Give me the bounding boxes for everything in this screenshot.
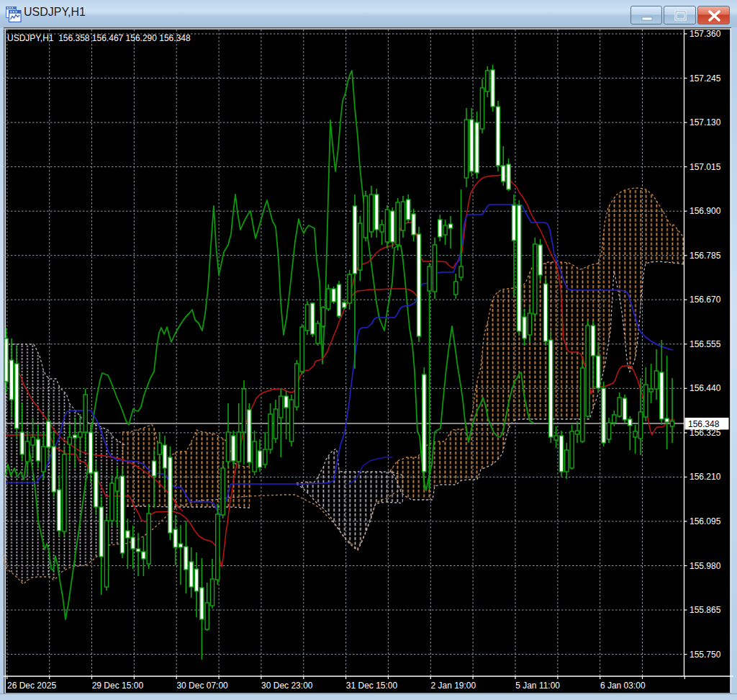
svg-text:USDJPY,H1 156.358 156.467 156: USDJPY,H1 156.358 156.467 156.290 156.34… xyxy=(7,33,191,43)
svg-text:156.095: 156.095 xyxy=(689,516,721,526)
svg-text:155.980: 155.980 xyxy=(689,561,721,571)
svg-text:2 Jan 19:00: 2 Jan 19:00 xyxy=(431,681,476,691)
svg-text:30 Dec 23:00: 30 Dec 23:00 xyxy=(261,681,313,691)
svg-text:156.670: 156.670 xyxy=(689,295,721,305)
svg-text:30 Dec 07:00: 30 Dec 07:00 xyxy=(176,681,228,691)
svg-text:156.785: 156.785 xyxy=(689,251,721,261)
svg-text:29 Dec 15:00: 29 Dec 15:00 xyxy=(92,681,144,691)
svg-text:156.210: 156.210 xyxy=(689,472,721,482)
svg-text:157.360: 157.360 xyxy=(689,29,721,39)
svg-text:156.900: 156.900 xyxy=(689,206,721,216)
svg-text:156.348: 156.348 xyxy=(688,419,720,429)
svg-text:6 Jan 03:00: 6 Jan 03:00 xyxy=(600,681,646,691)
svg-text:5 Jan 11:00: 5 Jan 11:00 xyxy=(515,681,560,691)
svg-text:157.245: 157.245 xyxy=(689,73,721,84)
svg-text:157.130: 157.130 xyxy=(689,117,721,127)
svg-text:157.015: 157.015 xyxy=(689,162,721,172)
svg-text:31 Dec 15:00: 31 Dec 15:00 xyxy=(346,681,398,691)
svg-text:155.750: 155.750 xyxy=(689,650,721,660)
svg-text:156.440: 156.440 xyxy=(689,383,721,393)
svg-text:156.555: 156.555 xyxy=(689,339,721,349)
svg-text:155.865: 155.865 xyxy=(689,605,721,615)
svg-text:26 Dec 2025: 26 Dec 2025 xyxy=(7,681,56,691)
